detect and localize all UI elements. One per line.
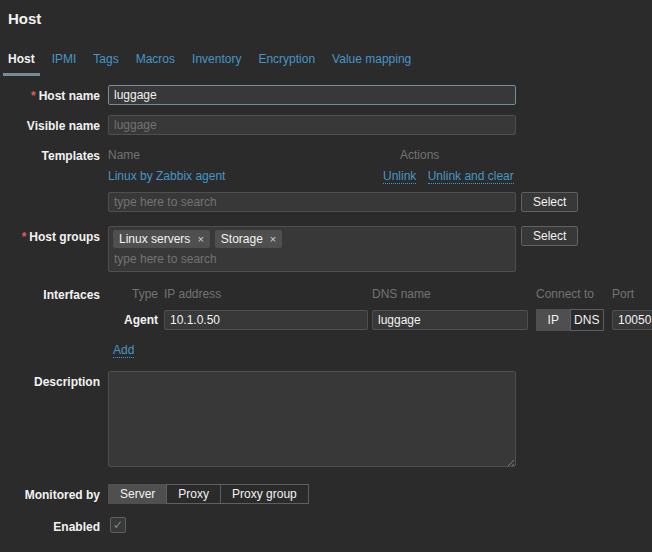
- host-name-label: *Host name: [0, 85, 100, 103]
- connect-to-ip-button[interactable]: IP: [536, 309, 571, 331]
- interface-ip-column-header: IP address: [164, 287, 368, 301]
- visible-name-input[interactable]: [108, 115, 516, 135]
- host-config-form: Host Host IPMI Tags Macros Inventory Enc…: [0, 0, 652, 552]
- interface-connect-column-header: Connect to: [536, 287, 604, 301]
- monitored-by-server-button[interactable]: Server: [108, 484, 167, 504]
- templates-search-input[interactable]: [108, 192, 516, 212]
- templates-label: Templates: [0, 145, 100, 163]
- required-asterisk: *: [31, 89, 36, 103]
- connect-to-dns-button[interactable]: DNS: [570, 309, 605, 331]
- tab-host[interactable]: Host: [3, 52, 40, 76]
- templates-row: Templates Name Actions Linux by Zabbix a…: [0, 145, 652, 212]
- interface-type-column-header: Type: [108, 287, 158, 301]
- interfaces-header: Type IP address DNS name Connect to Port: [108, 284, 652, 301]
- monitored-by-proxy-group-button[interactable]: Proxy group: [220, 484, 309, 504]
- tab-value-mapping[interactable]: Value mapping: [327, 52, 416, 76]
- monitored-by-toggle: Server Proxy Proxy group: [108, 484, 652, 504]
- host-group-chip[interactable]: Linux servers×: [113, 230, 210, 248]
- host-groups-multiselect[interactable]: Linux servers× Storage×: [108, 226, 516, 272]
- enabled-label: Enabled: [0, 516, 100, 534]
- templates-header: Name Actions: [108, 145, 516, 162]
- interface-type-label: Agent: [108, 313, 158, 327]
- tab-tags[interactable]: Tags: [88, 52, 123, 76]
- host-group-chip[interactable]: Storage×: [215, 230, 282, 248]
- enabled-checkbox[interactable]: ✓: [110, 517, 126, 533]
- chip-remove-icon[interactable]: ×: [197, 233, 203, 245]
- interface-port-input[interactable]: [612, 310, 652, 330]
- monitored-by-proxy-button[interactable]: Proxy: [166, 484, 221, 504]
- host-groups-select-button[interactable]: Select: [521, 226, 578, 246]
- templates-select-button[interactable]: Select: [521, 192, 578, 212]
- interface-dns-input[interactable]: [372, 310, 528, 330]
- tab-ipmi[interactable]: IPMI: [47, 52, 82, 76]
- templates-name-column-header: Name: [108, 148, 400, 162]
- monitored-by-row: Monitored by Server Proxy Proxy group: [0, 484, 652, 504]
- tab-macros[interactable]: Macros: [131, 52, 180, 76]
- interface-row-agent: Agent IP DNS: [108, 309, 652, 331]
- description-label: Description: [0, 371, 100, 389]
- description-row: Description: [0, 371, 652, 470]
- required-asterisk: *: [22, 230, 27, 244]
- interfaces-row: Interfaces Type IP address DNS name Conn…: [0, 284, 652, 357]
- host-name-row: *Host name: [0, 85, 652, 105]
- visible-name-label: Visible name: [0, 115, 100, 133]
- unlink-link[interactable]: Unlink: [383, 169, 416, 184]
- tab-bar: Host IPMI Tags Macros Inventory Encrypti…: [0, 52, 652, 76]
- check-icon: ✓: [113, 518, 123, 532]
- host-name-input[interactable]: [108, 85, 516, 105]
- interfaces-label: Interfaces: [0, 284, 100, 302]
- interface-ip-input[interactable]: [164, 310, 368, 330]
- tab-inventory[interactable]: Inventory: [187, 52, 246, 76]
- titlebar: Host: [0, 0, 652, 27]
- connect-to-toggle: IP DNS: [536, 309, 604, 331]
- templates-search-line: Select: [108, 192, 652, 212]
- chip-remove-icon[interactable]: ×: [270, 233, 276, 245]
- template-row: Linux by Zabbix agent Unlink Unlink and …: [108, 169, 516, 183]
- tab-encryption[interactable]: Encryption: [253, 52, 320, 76]
- monitored-by-label: Monitored by: [0, 484, 100, 502]
- templates-actions-column-header: Actions: [400, 148, 516, 162]
- host-groups-chips: Linux servers× Storage×: [112, 229, 512, 249]
- add-interface-link[interactable]: Add: [113, 343, 134, 358]
- enabled-row: Enabled ✓: [0, 516, 652, 534]
- host-groups-search-input[interactable]: [112, 249, 392, 269]
- host-groups-row: *Host groups Linux servers× Storage× Sel…: [0, 226, 652, 272]
- visible-name-row: Visible name: [0, 115, 652, 135]
- host-form: *Host name Visible name Templates Name A…: [0, 85, 652, 534]
- template-link[interactable]: Linux by Zabbix agent: [108, 169, 225, 183]
- page-title: Host: [8, 10, 644, 27]
- interface-port-column-header: Port: [612, 287, 652, 301]
- interface-dns-column-header: DNS name: [372, 287, 528, 301]
- host-groups-label: *Host groups: [0, 226, 100, 244]
- description-textarea[interactable]: [108, 371, 516, 467]
- unlink-and-clear-link[interactable]: Unlink and clear: [428, 169, 514, 184]
